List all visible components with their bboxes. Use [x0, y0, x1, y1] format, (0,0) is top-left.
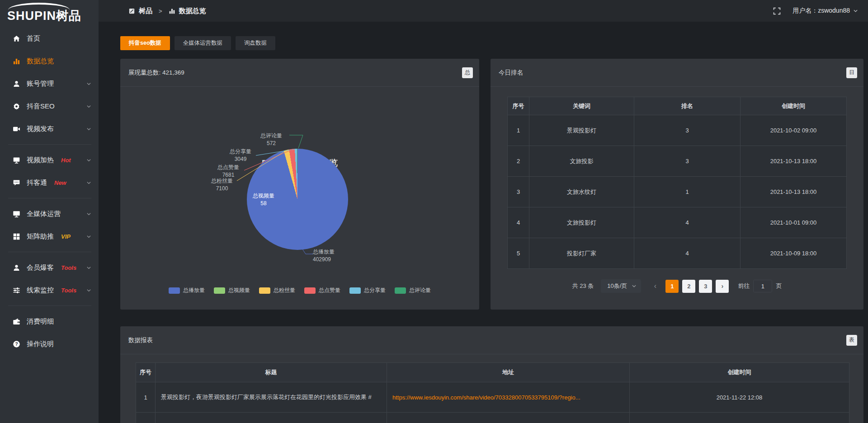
member-icon [13, 264, 20, 272]
legend-item-4[interactable]: 总分享量 [349, 287, 386, 294]
sidebar-divider [8, 306, 91, 306]
legend-swatch [259, 287, 270, 294]
sliders-icon [13, 287, 20, 294]
legend-label: 总播放量 [183, 287, 205, 294]
pie-legend: 总播放量总视频量总粉丝量总点赞量总分享量总评论量 [120, 287, 479, 294]
sidebar-item-label: 会员爆客 [27, 263, 54, 272]
sidebar-badge: VIP [61, 233, 71, 240]
bar-chart-icon [169, 8, 175, 14]
ranking-cell: 2021-10-13 18:00 [741, 177, 847, 207]
page-button-2[interactable]: 2 [682, 280, 695, 293]
legend-item-3[interactable]: 总点赞量 [304, 287, 340, 294]
sidebar-item-consumption-detail[interactable]: 消费明细 [0, 310, 99, 333]
pagination-total: 共 23 条 [572, 282, 594, 290]
sidebar-item-video-publish[interactable]: 视频发布 [0, 118, 99, 140]
grid-icon [13, 233, 20, 240]
chevron-down-icon [86, 156, 91, 164]
total-view-button[interactable]: 总 [462, 67, 473, 78]
ranking-cell: 文旅投影灯 [529, 207, 634, 238]
sidebar-item-doukoutong[interactable]: 抖客通New [0, 171, 99, 194]
chevron-down-icon [86, 179, 91, 187]
sidebar-item-label: 矩阵助推 [27, 232, 54, 241]
sidebar-badge: Hot [61, 157, 71, 164]
ranking-column-header: 关键词 [529, 97, 634, 115]
chevron-down-icon [86, 103, 91, 110]
ranking-cell: 2021-10-13 18:00 [741, 146, 847, 177]
report-table: 序号标题地址创建时间 1 景观投影灯，夜游景观投影灯厂家展示展示落花灯在花园里的… [136, 362, 849, 423]
report-column-header: 标题 [156, 363, 387, 382]
report-panel-header: 数据报表 表 [120, 326, 863, 354]
video-link[interactable]: https://www.iesdouyin.com/share/video/70… [392, 394, 580, 401]
chevron-down-icon [86, 125, 91, 133]
goto-page-input[interactable] [753, 280, 772, 292]
sidebar-item-home[interactable]: 首页 [0, 27, 99, 50]
legend-label: 总粉丝量 [274, 287, 295, 294]
breadcrumb-root[interactable]: 树品 [139, 7, 152, 15]
report-cell-time: 2021-11-22 12:08 [630, 382, 849, 413]
sidebar-item-video-heat[interactable]: 视频加热Hot [0, 149, 99, 171]
prev-page-button[interactable]: ‹ [649, 280, 661, 293]
ranking-column-header: 排名 [634, 97, 741, 115]
page-button-3[interactable]: 3 [699, 280, 712, 293]
sidebar-nav: 首页数据总览账号管理抖音SEO视频发布视频加热Hot抖客通New全媒体运营矩阵助… [0, 27, 99, 355]
camera-icon [13, 125, 20, 133]
tab-2[interactable]: 询盘数据 [236, 36, 275, 50]
table-row: 4文旅投影灯42021-10-01 09:00 [508, 207, 847, 238]
ranking-cell: 1 [634, 177, 741, 207]
sidebar-divider [8, 198, 91, 198]
legend-swatch [349, 287, 361, 294]
tab-1[interactable]: 全媒体运营数据 [175, 36, 231, 50]
sidebar-item-label: 操作说明 [27, 340, 54, 348]
sidebar-item-label: 首页 [27, 34, 40, 43]
legend-item-5[interactable]: 总评论量 [395, 287, 431, 294]
tab-0[interactable]: 抖音seo数据 [120, 36, 170, 50]
help-icon: ? [13, 340, 20, 348]
ranking-panel-title: 今日排名 [499, 69, 523, 77]
monitor-icon [13, 210, 20, 218]
ranking-cell: 2 [508, 146, 529, 177]
sidebar-item-account-manage[interactable]: 账号管理 [0, 72, 99, 95]
legend-item-0[interactable]: 总播放量 [169, 287, 205, 294]
report-table-body: 1 景观投影灯，夜游景观投影灯厂家展示展示落花灯在花园里的灯光投影应用效果 # … [136, 382, 849, 423]
legend-label: 总评论量 [409, 287, 431, 294]
user-menu[interactable]: 用户名：zswodun88 [793, 7, 858, 15]
sidebar-item-instructions[interactable]: ?操作说明 [0, 333, 99, 355]
page-size-select[interactable]: 10条/页 [601, 279, 641, 293]
sidebar-item-data-overview[interactable]: 数据总览 [0, 50, 99, 72]
day-view-button[interactable]: 日 [846, 67, 857, 78]
report-column-header: 创建时间 [630, 363, 849, 382]
page-button-1[interactable]: 1 [665, 280, 679, 293]
sidebar-item-matrix-boost[interactable]: 矩阵助推VIP [0, 225, 99, 248]
report-table-header-row: 序号标题地址创建时间 [136, 363, 849, 382]
sidebar-divider [8, 144, 91, 145]
table-view-button[interactable]: 表 [846, 335, 857, 346]
next-page-button[interactable]: › [716, 280, 729, 293]
fullscreen-icon[interactable] [773, 7, 781, 15]
report-cell-title: 景观投影灯，夜游景观投影灯厂家展示展示落花灯在花园里的灯光投影应用效果 # [156, 382, 387, 413]
impressions-chart-panel: 展现量总数: 421,369 总 D音SEO数据量总览 总评论量572 总分享量… [120, 59, 479, 310]
ranking-cell: 景观投影灯 [529, 115, 634, 146]
sidebar-item-clue-monitor[interactable]: 线索监控Tools [0, 279, 99, 301]
sidebar-divider [8, 252, 91, 252]
legend-item-1[interactable]: 总视频量 [214, 287, 250, 294]
chevron-down-icon [86, 210, 91, 218]
sidebar-item-label: 消费明细 [27, 317, 54, 326]
legend-item-2[interactable]: 总粉丝量 [259, 287, 295, 294]
chevron-down-icon [86, 233, 91, 240]
sidebar-item-label: 数据总览 [27, 57, 54, 66]
chart-panel-title: 展现量总数: 421,369 [128, 69, 184, 77]
sidebar-item-douyin-seo[interactable]: 抖音SEO [0, 95, 99, 118]
legend-label: 总点赞量 [319, 287, 340, 294]
legend-swatch [169, 287, 180, 294]
chart-panel-header: 展现量总数: 421,369 总 [120, 59, 479, 87]
bar-chart-icon [13, 57, 20, 65]
pie-label-plays: 总播放量402909 [313, 248, 354, 263]
sidebar-item-member-baoke[interactable]: 会员爆客Tools [0, 256, 99, 279]
sidebar-item-media-operation[interactable]: 全媒体运营 [0, 202, 99, 225]
sidebar-item-label: 抖音SEO [27, 102, 55, 111]
ranking-cell: 3 [634, 146, 741, 177]
ranking-cell: 2021-10-01 09:00 [741, 207, 847, 238]
gear-icon [13, 103, 20, 110]
ranking-table-body: 1景观投影灯32021-10-02 09:002文旅投影32021-10-13 … [508, 115, 847, 269]
report-column-header: 地址 [387, 363, 630, 382]
